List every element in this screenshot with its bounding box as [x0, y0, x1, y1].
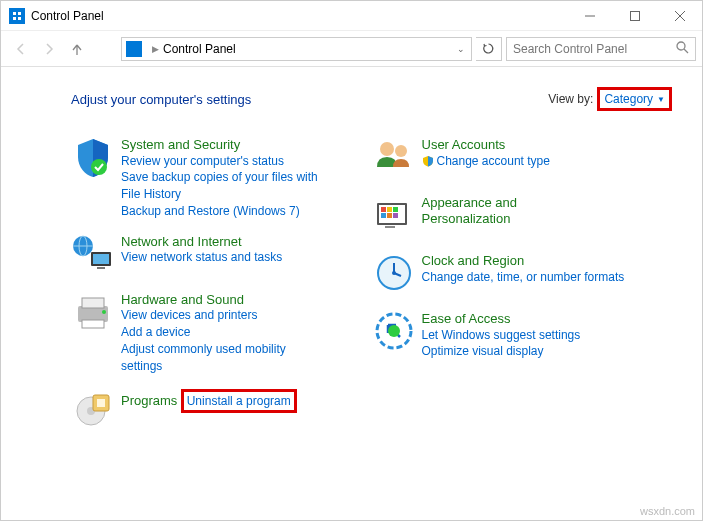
svg-rect-36: [385, 226, 395, 228]
category-network-internet: Network and Internet View network status…: [71, 234, 372, 278]
category-link[interactable]: Optimize visual display: [422, 343, 581, 360]
category-link[interactable]: View network status and tasks: [121, 249, 282, 266]
category-system-security: System and Security Review your computer…: [71, 137, 372, 220]
maximize-button[interactable]: [612, 1, 657, 31]
right-column: User Accounts Change account type Appear…: [372, 137, 673, 447]
viewby-label: View by:: [548, 92, 593, 106]
svg-rect-4: [18, 17, 21, 20]
svg-rect-6: [630, 11, 639, 20]
clock-icon: [372, 253, 416, 297]
back-button[interactable]: [7, 35, 35, 63]
navbar: ▶ Control Panel ⌄ Search Control Panel: [1, 31, 702, 67]
svg-point-42: [388, 325, 400, 337]
chevron-down-icon: ▼: [657, 95, 665, 104]
category-title[interactable]: Ease of Access: [422, 311, 511, 326]
svg-rect-1: [13, 12, 16, 15]
svg-point-21: [102, 310, 106, 314]
control-panel-mini-icon: [126, 41, 142, 57]
category-link[interactable]: Review your computer's status: [121, 153, 321, 170]
svg-line-10: [684, 49, 688, 53]
category-link[interactable]: Save backup copies of your files with Fi…: [121, 169, 321, 203]
category-link[interactable]: Change date, time, or number formats: [422, 269, 625, 286]
page-title: Adjust your computer's settings: [71, 92, 251, 107]
up-button[interactable]: [63, 35, 91, 63]
svg-rect-17: [97, 267, 105, 269]
users-icon: [372, 137, 416, 181]
category-title[interactable]: Programs: [121, 393, 177, 408]
svg-point-27: [395, 145, 407, 157]
search-placeholder: Search Control Panel: [513, 42, 676, 56]
svg-point-26: [380, 142, 394, 156]
category-title[interactable]: Clock and Region: [422, 253, 525, 268]
address-bar[interactable]: ▶ Control Panel ⌄: [121, 37, 472, 61]
address-dropdown-icon[interactable]: ⌄: [451, 44, 471, 54]
ease-of-access-icon: [372, 311, 416, 355]
left-column: System and Security Review your computer…: [71, 137, 372, 447]
svg-rect-16: [93, 254, 109, 264]
minimize-button[interactable]: [567, 1, 612, 31]
category-title[interactable]: System and Security: [121, 137, 240, 152]
programs-icon: [71, 389, 115, 433]
svg-rect-31: [387, 207, 392, 212]
category-ease-of-access: Ease of Access Let Windows suggest setti…: [372, 311, 673, 360]
control-panel-icon: [9, 8, 25, 24]
svg-point-40: [392, 271, 396, 275]
category-link[interactable]: Backup and Restore (Windows 7): [121, 203, 321, 220]
search-icon: [676, 41, 689, 57]
close-button[interactable]: [657, 1, 702, 31]
svg-rect-19: [82, 298, 104, 308]
svg-rect-35: [393, 213, 398, 218]
svg-point-11: [91, 159, 107, 175]
category-hardware-sound: Hardware and Sound View devices and prin…: [71, 292, 372, 375]
category-link[interactable]: Adjust commonly used mobility settings: [121, 341, 321, 375]
svg-point-9: [677, 42, 685, 50]
printer-icon: [71, 292, 115, 336]
uac-shield-icon: [422, 155, 434, 167]
svg-rect-3: [13, 17, 16, 20]
content-area: Adjust your computer's settings View by:…: [1, 67, 702, 457]
search-input[interactable]: Search Control Panel: [506, 37, 696, 61]
viewby-dropdown[interactable]: Category ▼: [597, 87, 672, 111]
category-user-accounts: User Accounts Change account type: [372, 137, 673, 181]
category-link[interactable]: Let Windows suggest settings: [422, 327, 581, 344]
category-title[interactable]: Hardware and Sound: [121, 292, 244, 307]
refresh-button[interactable]: [476, 37, 502, 61]
category-link[interactable]: View devices and printers: [121, 307, 321, 324]
svg-rect-30: [381, 207, 386, 212]
category-title[interactable]: User Accounts: [422, 137, 506, 152]
svg-rect-20: [82, 320, 104, 328]
svg-rect-32: [393, 207, 398, 212]
uninstall-program-highlight: Uninstall a program: [181, 389, 297, 414]
svg-rect-33: [381, 213, 386, 218]
titlebar: Control Panel: [1, 1, 702, 31]
category-programs: Programs Uninstall a program: [71, 389, 372, 433]
forward-button[interactable]: [35, 35, 63, 63]
network-icon: [71, 234, 115, 278]
category-appearance-personalization: Appearance and Personalization: [372, 195, 673, 239]
breadcrumb-separator-icon: ▶: [152, 44, 159, 54]
breadcrumb[interactable]: Control Panel: [163, 42, 236, 56]
category-title[interactable]: Appearance and Personalization: [422, 195, 572, 226]
category-title[interactable]: Network and Internet: [121, 234, 242, 249]
uninstall-program-link[interactable]: Uninstall a program: [187, 394, 291, 408]
svg-rect-34: [387, 213, 392, 218]
category-link[interactable]: Add a device: [121, 324, 321, 341]
personalization-icon: [372, 195, 416, 239]
window-title: Control Panel: [31, 9, 104, 23]
shield-icon: [71, 137, 115, 181]
category-clock-region: Clock and Region Change date, time, or n…: [372, 253, 673, 297]
svg-rect-25: [97, 399, 105, 407]
category-link[interactable]: Change account type: [437, 153, 550, 170]
svg-rect-2: [18, 12, 21, 15]
watermark: wsxdn.com: [640, 505, 695, 517]
